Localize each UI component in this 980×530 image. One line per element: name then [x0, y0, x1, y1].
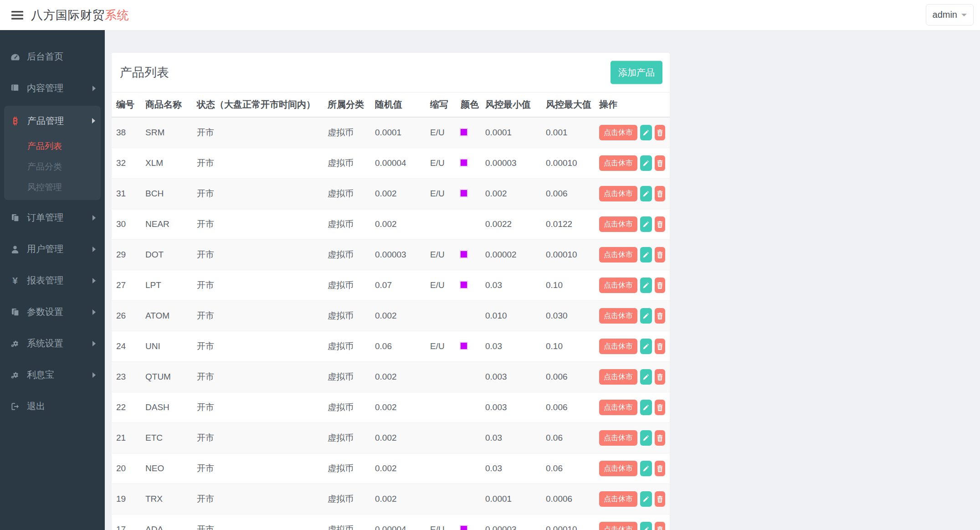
close-market-button[interactable]: 点击休市	[599, 308, 637, 324]
close-market-button[interactable]: 点击休市	[599, 522, 637, 530]
color-swatch	[461, 160, 467, 166]
product-status: 开市	[192, 240, 323, 270]
edit-button[interactable]	[640, 491, 652, 507]
bitcoin-icon	[10, 117, 21, 125]
edit-button[interactable]	[640, 400, 652, 415]
sidebar-item-lixibao[interactable]: 利息宝	[0, 359, 105, 391]
product-category: 虚拟币	[323, 117, 370, 148]
product-name: UNI	[141, 331, 192, 362]
trash-icon	[657, 282, 663, 289]
delete-button[interactable]	[655, 491, 665, 507]
logout-icon	[9, 403, 21, 410]
close-market-button[interactable]: 点击休市	[599, 400, 637, 415]
delete-button[interactable]	[655, 400, 665, 415]
delete-button[interactable]	[655, 339, 665, 354]
product-abbr: E/U	[426, 270, 456, 301]
product-category: 虚拟币	[323, 453, 370, 484]
page-title: 产品列表	[120, 64, 662, 81]
table-row: 19 TRX 开市 虚拟币 0.002 0.0001 0.0006 点击休市	[112, 484, 670, 515]
column-header: 商品名称	[141, 93, 192, 117]
product-status: 开市	[192, 270, 323, 301]
user-dropdown[interactable]: admin	[926, 4, 974, 26]
close-market-button[interactable]: 点击休市	[599, 125, 637, 140]
edit-button[interactable]	[640, 125, 652, 140]
column-header: 状态（大盘正常开市时间内）	[192, 93, 323, 117]
close-market-button[interactable]: 点击休市	[599, 339, 637, 354]
delete-button[interactable]	[655, 430, 665, 446]
close-market-button[interactable]: 点击休市	[599, 461, 637, 476]
sidebar-item-logout[interactable]: 退出	[0, 391, 105, 422]
delete-button[interactable]	[655, 522, 665, 530]
pencil-icon	[643, 496, 649, 502]
edit-button[interactable]	[640, 308, 652, 324]
product-name: QTUM	[141, 362, 192, 392]
orders-icon	[9, 214, 21, 222]
table-row: 30 NEAR 开市 虚拟币 0.002 0.0022 0.0122 点击休市	[112, 209, 670, 240]
product-random-value: 0.00003	[370, 240, 426, 270]
hamburger-menu-icon[interactable]	[8, 6, 26, 24]
edit-button[interactable]	[640, 155, 652, 171]
delete-button[interactable]	[655, 155, 665, 171]
close-market-button[interactable]: 点击休市	[599, 430, 637, 446]
product-id: 23	[112, 362, 141, 392]
delete-button[interactable]	[655, 247, 665, 262]
add-product-button[interactable]: 添加产品	[611, 61, 662, 84]
sidebar-item-label: 用户管理	[27, 243, 63, 255]
delete-button[interactable]	[655, 216, 665, 232]
delete-button[interactable]	[655, 369, 665, 385]
sidebar-item-users[interactable]: 用户管理	[0, 233, 105, 265]
edit-button[interactable]	[640, 369, 652, 385]
sidebar-item-params[interactable]: 参数设置	[0, 296, 105, 328]
risk-min-value: 0.0001	[481, 484, 541, 515]
sidebar-item-system[interactable]: 系统设置	[0, 328, 105, 359]
edit-button[interactable]	[640, 461, 652, 476]
edit-button[interactable]	[640, 247, 652, 262]
column-header: 颜色	[456, 93, 481, 117]
product-random-value: 0.002	[370, 301, 426, 331]
risk-min-value: 0.03	[481, 453, 541, 484]
delete-button[interactable]	[655, 278, 665, 293]
product-status: 开市	[192, 453, 323, 484]
panel-header: 产品列表 添加产品	[112, 53, 670, 93]
product-color-cell	[456, 515, 481, 530]
close-market-button[interactable]: 点击休市	[599, 216, 637, 232]
edit-button[interactable]	[640, 216, 652, 232]
sidebar-item-orders[interactable]: 订单管理	[0, 202, 105, 233]
sidebar-subitem-product-list[interactable]: 产品列表	[4, 136, 101, 156]
product-name: ADA	[141, 515, 192, 530]
edit-button[interactable]	[640, 186, 652, 201]
delete-button[interactable]	[655, 125, 665, 140]
sidebar-item-dashboard[interactable]: 后台首页	[0, 41, 105, 72]
sidebar-item-reports[interactable]: ¥ 报表管理	[0, 265, 105, 296]
sidebar-subitem-product-category[interactable]: 产品分类	[4, 156, 101, 177]
delete-button[interactable]	[655, 186, 665, 201]
column-header: 缩写	[426, 93, 456, 117]
close-market-button[interactable]: 点击休市	[599, 186, 637, 201]
delete-button[interactable]	[655, 308, 665, 324]
product-abbr: E/U	[426, 240, 456, 270]
actions-cell: 点击休市	[595, 301, 670, 331]
close-market-button[interactable]: 点击休市	[599, 491, 637, 507]
edit-button[interactable]	[640, 278, 652, 293]
product-random-value: 0.002	[370, 423, 426, 453]
pencil-icon	[643, 404, 649, 411]
color-swatch	[461, 129, 467, 135]
sidebar-subitem-risk-management[interactable]: 风控管理	[4, 177, 101, 197]
product-category: 虚拟币	[323, 331, 370, 362]
delete-button[interactable]	[655, 461, 665, 476]
close-market-button[interactable]: 点击休市	[599, 278, 637, 293]
trash-icon	[657, 526, 663, 530]
sidebar-item-content[interactable]: 内容管理	[0, 72, 105, 104]
close-market-button[interactable]: 点击休市	[599, 369, 637, 385]
edit-button[interactable]	[640, 430, 652, 446]
edit-button[interactable]	[640, 522, 652, 530]
close-market-button[interactable]: 点击休市	[599, 247, 637, 262]
edit-button[interactable]	[640, 339, 652, 354]
actions-cell: 点击休市	[595, 515, 670, 530]
risk-max-value: 0.006	[541, 179, 595, 209]
color-swatch	[461, 282, 467, 288]
brand-text: 八方国际财贸	[31, 8, 105, 22]
close-market-button[interactable]: 点击休市	[599, 155, 637, 171]
pencil-icon	[643, 313, 649, 319]
sidebar-item-products[interactable]: 产品管理	[4, 106, 101, 136]
